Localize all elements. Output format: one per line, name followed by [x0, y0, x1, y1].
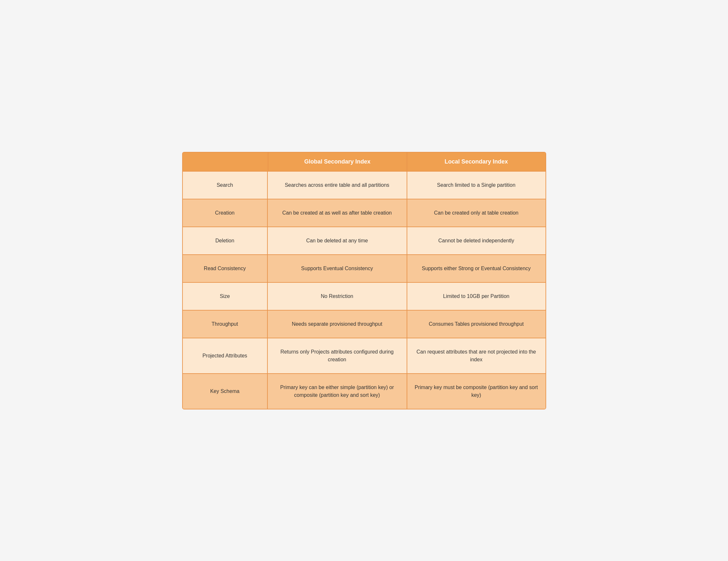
table-row: CreationCan be created at as well as aft… — [183, 199, 546, 226]
row-gsi-cell: Can be created at as well as after table… — [268, 199, 407, 226]
row-label: Projected Attributes — [183, 338, 268, 373]
row-label: Size — [183, 283, 268, 310]
row-gsi-cell: Returns only Projects attributes configu… — [268, 338, 407, 373]
table-row: Read ConsistencySupports Eventual Consis… — [183, 254, 546, 282]
table-row: SearchSearches across entire table and a… — [183, 171, 546, 199]
row-lsi-cell: Primary key must be composite (partition… — [407, 374, 546, 409]
row-gsi-cell: Searches across entire table and all par… — [268, 171, 407, 199]
row-label: Creation — [183, 199, 268, 226]
comparison-table: Global Secondary Index Local Secondary I… — [182, 152, 546, 410]
row-gsi-cell: Can be deleted at any time — [268, 227, 407, 254]
row-lsi-cell: Can be created only at table creation — [407, 199, 546, 226]
table-row: Projected AttributesReturns only Project… — [183, 338, 546, 373]
row-label: Search — [183, 171, 268, 199]
table-row: SizeNo RestrictionLimited to 10GB per Pa… — [183, 282, 546, 310]
table-row: DeletionCan be deleted at any timeCannot… — [183, 226, 546, 254]
row-label: Key Schema — [183, 374, 268, 409]
table-body: SearchSearches across entire table and a… — [183, 171, 546, 409]
table-row: Key SchemaPrimary key can be either simp… — [183, 373, 546, 409]
table-header: Global Secondary Index Local Secondary I… — [183, 152, 546, 171]
row-gsi-cell: Needs separate provisioned throughput — [268, 311, 407, 338]
row-label: Deletion — [183, 227, 268, 254]
row-label: Throughput — [183, 311, 268, 338]
row-gsi-cell: No Restriction — [268, 283, 407, 310]
table-row: ThroughputNeeds separate provisioned thr… — [183, 310, 546, 338]
row-lsi-cell: Consumes Tables provisioned throughput — [407, 311, 546, 338]
row-lsi-cell: Limited to 10GB per Partition — [407, 283, 546, 310]
header-empty-cell — [183, 152, 268, 171]
row-lsi-cell: Can request attributes that are not proj… — [407, 338, 546, 373]
row-lsi-cell: Cannot be deleted independently — [407, 227, 546, 254]
row-gsi-cell: Supports Eventual Consistency — [268, 255, 407, 282]
row-label: Read Consistency — [183, 255, 268, 282]
row-lsi-cell: Search limited to a Single partition — [407, 171, 546, 199]
header-lsi: Local Secondary Index — [407, 152, 546, 171]
header-gsi: Global Secondary Index — [268, 152, 407, 171]
row-gsi-cell: Primary key can be either simple (partit… — [268, 374, 407, 409]
row-lsi-cell: Supports either Strong or Eventual Consi… — [407, 255, 546, 282]
